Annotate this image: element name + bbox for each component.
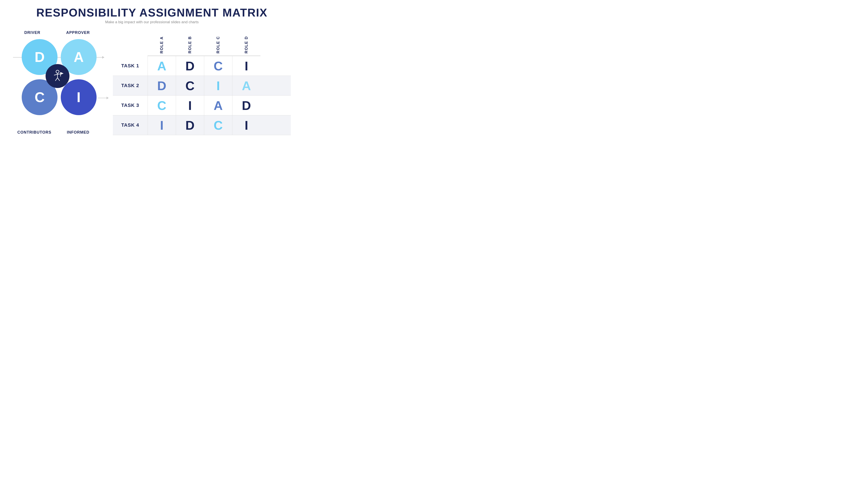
person-flag-icon (51, 69, 64, 83)
approver-label: APPROVER (66, 30, 90, 35)
svg-line-3 (55, 78, 58, 81)
contributors-label: CONTRIBUTORS (18, 130, 52, 135)
svg-point-0 (56, 70, 59, 73)
matrix-row: TASK 1ADCI (113, 56, 291, 76)
role-a-label: ROLE A (159, 36, 164, 53)
role-c-header: ROLE C (204, 36, 232, 56)
role-d-header: ROLE D (232, 36, 260, 56)
matrix-cell-row4-col3: C (204, 115, 232, 135)
page-subtitle: Make a big impact with our professional … (36, 20, 268, 24)
matrix-cell-row4-col2: D (176, 115, 204, 135)
matrix-cell-row3-col4: D (232, 95, 260, 115)
daci-diagram: DRIVER APPROVER CONTRIBUTORS INFORMED D … (13, 30, 104, 135)
matrix-cell-row1-col1: A (148, 56, 176, 76)
matrix-header: ROLE A ROLE B ROLE C ROLE D (113, 30, 291, 56)
right-arrow (98, 98, 108, 98)
task-1-label: TASK 1 (113, 59, 148, 73)
matrix-cell-row4-col1: I (148, 115, 176, 135)
matrix-cell-row2-col3: I (204, 76, 232, 95)
matrix-cell-row1-col2: D (176, 56, 204, 76)
role-b-label: ROLE B (188, 36, 192, 53)
matrix-cell-row1-col3: C (204, 56, 232, 76)
matrix-cell-row2-col4: A (232, 76, 260, 95)
center-icon-circle (45, 64, 69, 88)
matrix-container: ROLE A ROLE B ROLE C ROLE D TASK 1ADCITA… (113, 30, 291, 135)
informed-label: INFORMED (67, 130, 89, 135)
task-2-label: TASK 2 (113, 79, 148, 92)
matrix-row: TASK 4IDCI (113, 115, 291, 135)
header: RESPONSIBILITY ASSIGNMENT MATRIX Make a … (36, 6, 268, 24)
matrix-row: TASK 2DCIA (113, 76, 291, 95)
page-title: RESPONSIBILITY ASSIGNMENT MATRIX (36, 6, 268, 19)
matrix-cell-row4-col4: I (232, 115, 260, 135)
driver-label: DRIVER (24, 30, 40, 35)
matrix-body: TASK 1ADCITASK 2DCIATASK 3CIADTASK 4IDCI (113, 56, 291, 135)
matrix-cell-row2-col1: D (148, 76, 176, 95)
svg-line-2 (54, 74, 58, 75)
matrix-cell-row2-col2: C (176, 76, 204, 95)
task-3-label: TASK 3 (113, 98, 148, 112)
task-4-label: TASK 4 (113, 118, 148, 132)
matrix-cell-row3-col1: C (148, 95, 176, 115)
svg-marker-6 (61, 72, 64, 75)
matrix-row: TASK 3CIAD (113, 95, 291, 115)
svg-line-7 (58, 74, 61, 74)
role-d-label: ROLE D (244, 36, 249, 53)
matrix-cell-row3-col2: I (176, 95, 204, 115)
matrix-cell-row1-col4: I (232, 56, 260, 76)
svg-line-4 (58, 78, 60, 81)
matrix-cell-row3-col3: A (204, 95, 232, 115)
circle-informed: I (61, 79, 97, 115)
main-content: DRIVER APPROVER CONTRIBUTORS INFORMED D … (0, 30, 304, 135)
role-c-label: ROLE C (216, 36, 220, 53)
role-b-header: ROLE B (176, 36, 204, 56)
role-a-header: ROLE A (148, 36, 176, 56)
